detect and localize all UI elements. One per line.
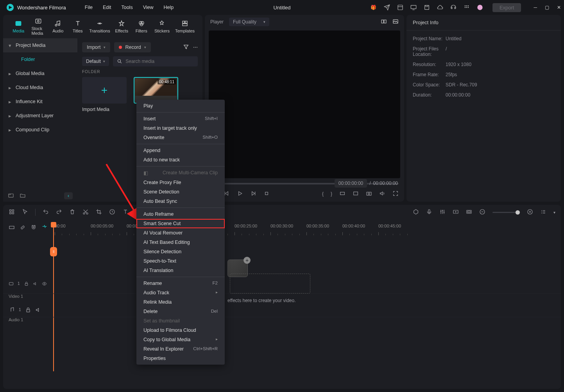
crop-tool-icon[interactable] [96, 209, 102, 216]
play-icon[interactable] [237, 190, 243, 198]
timeline-ruler[interactable]: 00:0000:00:05:0000:00:10:0000:00:15:0000… [52, 224, 558, 237]
undo-icon[interactable] [43, 209, 49, 216]
sort-dropdown[interactable]: Default▾ [82, 57, 109, 66]
minimize-button[interactable]: ─ [534, 5, 537, 10]
close-button[interactable]: ✕ [557, 5, 561, 10]
maximize-button[interactable]: ▢ [545, 5, 549, 10]
compare-view-icon[interactable] [381, 18, 387, 26]
layout-icon[interactable] [9, 209, 15, 216]
ctx-audio-track[interactable]: Audio Track [136, 288, 225, 297]
tab-audio[interactable]: Audio [50, 19, 66, 34]
layout-icon[interactable] [397, 4, 403, 11]
folder-icon[interactable] [20, 192, 26, 200]
ctx-auto-beat-sync[interactable]: Auto Beat Sync [136, 197, 225, 206]
mark-in-icon[interactable]: { [322, 191, 324, 197]
ctx-upload-to-filmora-cloud[interactable]: Upload to Filmora Cloud [136, 326, 225, 335]
player-canvas[interactable] [209, 30, 400, 178]
tab-stickers[interactable]: Stickers [153, 19, 171, 34]
search-input[interactable] [125, 59, 194, 64]
ctx-append[interactable]: Append [136, 146, 225, 155]
ctx-ai-text-based-editing[interactable]: AI Text Based Editing [136, 238, 225, 247]
magnet-icon[interactable] [30, 224, 37, 232]
export-button[interactable]: Export [492, 3, 521, 12]
import-media-tile[interactable]: + [82, 77, 127, 104]
auto-ripple-icon[interactable] [41, 224, 48, 232]
tab-transitions[interactable]: Transitions [89, 19, 110, 34]
ctx-speech-to-text[interactable]: Speech-to-Text [136, 256, 225, 266]
delete-icon[interactable] [69, 209, 75, 216]
zoom-in-icon[interactable] [527, 209, 533, 216]
filter-icon[interactable] [183, 44, 189, 51]
ctx-rename[interactable]: RenameF2 [136, 279, 225, 288]
visibility-icon[interactable] [42, 281, 47, 287]
ctx-add-to-new-track[interactable]: Add to new track [136, 155, 225, 165]
fullscreen-icon[interactable] [392, 190, 399, 198]
mixer-icon[interactable] [439, 209, 446, 216]
ctx-auto-reframe[interactable]: Auto Reframe [136, 209, 225, 219]
drop-zone[interactable] [230, 274, 310, 294]
link-icon[interactable] [20, 224, 26, 232]
zoom-knob[interactable] [516, 210, 520, 215]
gift-icon[interactable]: 🎁 [371, 4, 377, 11]
ctx-reveal-in-explorer[interactable]: Reveal In ExplorerCtrl+Shift+R [136, 344, 225, 354]
tab-templates[interactable]: Templates [174, 19, 195, 34]
volume-icon[interactable] [379, 190, 385, 198]
ctx-play[interactable]: Play [136, 101, 225, 111]
marker-icon[interactable] [413, 209, 419, 216]
tab-stock-media[interactable]: Stock Media [30, 17, 46, 36]
playhead-marker[interactable] [51, 222, 56, 227]
menu-tools[interactable]: Tools [121, 5, 132, 10]
ctx-overwrite[interactable]: OverwriteShift+O [136, 133, 225, 142]
sidebar-influence-kit[interactable]: ▸Influence Kit [3, 95, 77, 109]
zoom-fit-icon[interactable] [540, 209, 546, 216]
cut-icon[interactable] [82, 209, 89, 216]
ctx-scene-detection[interactable]: Scene Detection [136, 187, 225, 197]
sidebar-folder[interactable]: Folder [3, 52, 77, 66]
avatar-icon[interactable] [477, 4, 483, 11]
menu-help[interactable]: Help [164, 5, 174, 10]
zoom-slider[interactable] [492, 212, 520, 213]
mute-icon[interactable] [33, 281, 38, 287]
new-folder-icon[interactable] [8, 192, 14, 200]
cursor-icon[interactable] [22, 209, 28, 216]
crop-icon[interactable] [353, 190, 359, 198]
aspect-icon[interactable] [339, 190, 346, 198]
menu-file[interactable]: File [85, 5, 93, 10]
audio-track-body[interactable] [52, 303, 561, 317]
sidebar-cloud-media[interactable]: ▸Cloud Media [3, 81, 77, 95]
picture-icon[interactable] [392, 18, 399, 26]
video-track-body[interactable]: + effects here to create your video. [52, 274, 561, 294]
ctx-copy-to-global-media[interactable]: Copy to Global Media [136, 335, 225, 344]
ctx-create-proxy-file[interactable]: Create Proxy File [136, 178, 225, 187]
sidebar-adjustment-layer[interactable]: ▸Adjustment Layer [3, 109, 77, 123]
collapse-sidebar-button[interactable]: ‹ [64, 192, 73, 199]
redo-icon[interactable] [56, 209, 62, 216]
zoom-out-icon[interactable] [479, 209, 485, 216]
record-button[interactable]: Record▾ [114, 42, 150, 52]
menu-edit[interactable]: Edit [103, 5, 111, 10]
snapshot-icon[interactable] [366, 190, 372, 198]
mark-out-icon[interactable]: } [331, 191, 332, 197]
sidebar-global-media[interactable]: ▸Global Media [3, 66, 77, 81]
send-icon[interactable] [384, 4, 390, 11]
stop-button-icon[interactable] [263, 190, 270, 198]
mute-icon[interactable] [35, 307, 41, 313]
ctx-smart-scene-cut[interactable]: Smart Scene Cut [136, 219, 225, 228]
lock-icon[interactable] [24, 281, 29, 287]
search-media[interactable] [113, 56, 198, 66]
save-icon[interactable] [424, 4, 430, 11]
sidebar-project-media[interactable]: ▾Project Media [3, 38, 77, 52]
import-button[interactable]: Import▾ [82, 42, 110, 52]
ctx-insert[interactable]: InsertShift+I [136, 114, 225, 124]
headset-icon[interactable] [450, 4, 457, 11]
render-icon[interactable] [466, 209, 472, 216]
main-track-icon[interactable] [9, 224, 15, 232]
ctx-delete[interactable]: DeleteDel [136, 307, 225, 316]
zoom-menu-icon[interactable]: ▾ [553, 210, 555, 215]
speed-icon[interactable] [109, 209, 115, 216]
grid-icon[interactable] [464, 4, 470, 11]
tab-media[interactable]: Media [10, 19, 27, 34]
ctx-silence-detection[interactable]: Silence Detection [136, 247, 225, 256]
next-frame-icon[interactable] [250, 190, 256, 198]
monitor-icon[interactable] [410, 4, 417, 11]
